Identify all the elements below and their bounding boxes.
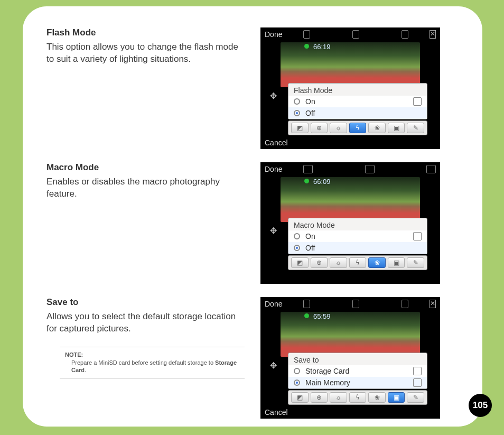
text-column: Save to Allows you to select the default… <box>46 297 245 378</box>
storage-icon <box>352 30 359 39</box>
battery-icon <box>426 165 436 173</box>
done-label[interactable]: Done <box>265 300 282 308</box>
device-screenshot: Done ✕ 66:19 ✥ Flash Mode <box>260 27 440 149</box>
panel-title: Save to <box>288 353 427 365</box>
section-heading: Macro Mode <box>46 162 245 173</box>
tool-capture-mode[interactable]: ◩ <box>291 392 309 403</box>
text-column: Flash Mode This option allows you to cha… <box>46 27 245 66</box>
option-label: On <box>305 232 315 240</box>
option-row-storage-card[interactable]: Storage Card <box>288 365 427 377</box>
tool-macro[interactable]: ❀ <box>368 123 386 133</box>
section-body: Enables or disables the macro photograph… <box>46 176 245 200</box>
macro-icon <box>413 232 422 240</box>
tool-macro[interactable]: ❀ <box>368 392 386 403</box>
options-panel: Save to Storage Card Main Memory <box>288 353 427 389</box>
tool-scene[interactable]: ☼ <box>330 392 347 403</box>
tool-scene[interactable]: ☼ <box>330 123 347 133</box>
close-icon[interactable]: ✕ <box>430 30 436 39</box>
option-row-on[interactable]: On <box>288 230 427 242</box>
note-text-part: Prepare a MiniSD card before setting def… <box>71 359 215 366</box>
screenshot-topbar: Done <box>260 162 440 176</box>
option-label: Off <box>305 109 315 117</box>
note-label: NOTE: <box>65 351 239 358</box>
options-panel: Flash Mode On Off <box>288 83 427 119</box>
done-label[interactable]: Done <box>265 165 282 173</box>
section-heading: Flash Mode <box>46 27 245 38</box>
radio-icon <box>294 245 300 251</box>
tool-flash[interactable]: ϟ <box>349 392 367 403</box>
section-macro-mode: Macro Mode Enables or disables the macro… <box>46 162 459 284</box>
page-content: Flash Mode This option allows you to cha… <box>23 6 482 434</box>
counter-label: 66:09 <box>313 178 331 186</box>
note-text: Prepare a MiniSD card before setting def… <box>65 359 239 374</box>
note-block: NOTE: Prepare a MiniSD card before setti… <box>60 347 245 379</box>
tool-save-to[interactable]: ▣ <box>388 257 405 268</box>
dpad-icon: ✥ <box>270 360 279 370</box>
record-dot-icon <box>304 44 309 49</box>
settings-toolbar: ◩ ⊕ ☼ ϟ ❀ ▣ ✎ <box>288 390 427 405</box>
section-body: This option allows you to change the fla… <box>46 41 245 66</box>
option-row-on[interactable]: On <box>288 96 427 107</box>
storage-icon <box>365 165 375 173</box>
option-label: On <box>305 97 315 106</box>
settings-toolbar: ◩ ⊕ ☼ ϟ ❀ ▣ ✎ <box>288 121 427 135</box>
page-number-badge: 105 <box>469 394 492 417</box>
panel-title: Flash Mode <box>288 84 427 96</box>
tool-settings[interactable]: ✎ <box>407 257 424 268</box>
storage-icon <box>352 300 359 308</box>
note-text-part: . <box>85 367 86 373</box>
screenshot-topbar: Done ✕ <box>260 297 440 311</box>
section-body: Allows you to select the default storage… <box>46 311 245 335</box>
radio-icon <box>294 380 300 386</box>
flash-icon <box>413 97 422 106</box>
battery-icon <box>402 30 408 39</box>
record-dot-icon <box>304 313 309 318</box>
device-icon <box>413 378 422 387</box>
camera-icon <box>303 300 310 308</box>
tool-flash[interactable]: ϟ <box>349 123 367 133</box>
settings-toolbar: ◩ ⊕ ☼ ϟ ❀ ▣ ✎ <box>288 255 427 270</box>
camera-icon <box>303 165 313 173</box>
counter-label: 65:59 <box>313 312 331 320</box>
radio-icon <box>294 98 300 105</box>
text-column: Macro Mode Enables or disables the macro… <box>46 162 245 200</box>
tool-settings[interactable]: ✎ <box>407 123 424 133</box>
section-heading: Save to <box>46 297 245 308</box>
battery-icon <box>402 300 408 308</box>
device-screenshot: Done ✕ 65:59 ✥ Save to S <box>260 297 440 419</box>
record-dot-icon <box>304 179 309 183</box>
radio-icon <box>294 233 300 239</box>
tool-flash[interactable]: ϟ <box>349 257 367 268</box>
option-row-main-memory[interactable]: Main Memory <box>288 377 427 388</box>
counter-label: 66:19 <box>313 43 331 51</box>
tool-zoom[interactable]: ⊕ <box>311 257 328 268</box>
tool-save-to[interactable]: ▣ <box>388 123 405 133</box>
tool-capture-mode[interactable]: ◩ <box>291 257 309 268</box>
option-label: Storage Card <box>305 367 349 375</box>
tool-macro[interactable]: ❀ <box>368 257 386 268</box>
tool-capture-mode[interactable]: ◩ <box>291 123 309 133</box>
done-label[interactable]: Done <box>265 30 282 39</box>
options-panel: Macro Mode On Off <box>288 218 427 254</box>
section-save-to: Save to Allows you to select the default… <box>46 297 459 419</box>
close-icon[interactable]: ✕ <box>430 300 436 308</box>
panel-title: Macro Mode <box>288 218 427 230</box>
tool-settings[interactable]: ✎ <box>407 392 424 403</box>
screenshot-topbar: Done ✕ <box>260 27 440 41</box>
photo-preview: 65:59 <box>281 312 420 357</box>
cancel-label[interactable]: Cancel <box>265 138 288 147</box>
tool-zoom[interactable]: ⊕ <box>311 392 328 403</box>
section-flash-mode: Flash Mode This option allows you to cha… <box>46 27 459 149</box>
tool-save-to[interactable]: ▣ <box>388 392 405 403</box>
option-row-off[interactable]: Off <box>288 242 427 254</box>
option-label: Main Memory <box>305 378 350 387</box>
dpad-icon: ✥ <box>270 226 279 235</box>
tool-scene[interactable]: ☼ <box>330 257 347 268</box>
photo-preview: 66:09 <box>281 177 420 222</box>
sdcard-icon <box>413 367 422 375</box>
cancel-label[interactable]: Cancel <box>265 408 288 417</box>
option-row-off[interactable]: Off <box>288 107 427 119</box>
option-label: Off <box>305 244 315 252</box>
tool-zoom[interactable]: ⊕ <box>311 123 328 133</box>
dpad-icon: ✥ <box>270 91 279 100</box>
